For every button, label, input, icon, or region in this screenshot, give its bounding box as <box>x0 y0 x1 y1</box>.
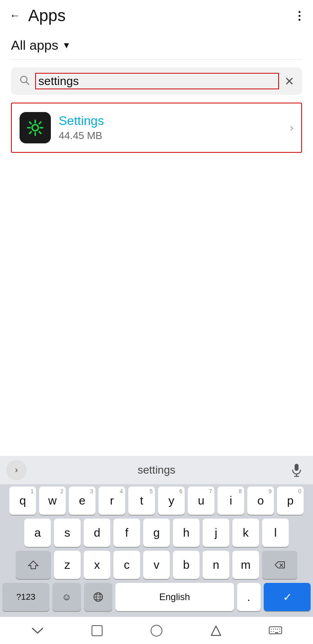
key-d[interactable]: d <box>84 519 110 547</box>
shift-key[interactable] <box>16 551 51 579</box>
key-number: 0 <box>298 488 301 494</box>
suggestion-expand-button[interactable]: › <box>6 460 27 480</box>
enter-key[interactable]: ✓ <box>264 583 311 611</box>
keyboard-keys: 1q 2w 3e 4r 5t 6y 7u 8i 9o 0p a s d f g … <box>0 484 313 617</box>
key-number: 2 <box>60 488 63 494</box>
key-x[interactable]: x <box>84 551 110 579</box>
key-u[interactable]: 7u <box>188 487 214 515</box>
page-title: Apps <box>28 6 295 25</box>
app-icon <box>20 112 51 143</box>
svg-line-9 <box>39 122 41 124</box>
app-size: 44.45 MB <box>59 130 282 142</box>
key-n[interactable]: n <box>203 551 229 579</box>
nav-down-button[interactable] <box>26 621 49 640</box>
app-name: Settings <box>59 114 282 128</box>
suggestion-bar: › settings <box>0 456 313 484</box>
globe-key[interactable] <box>84 583 113 611</box>
suggestion-word[interactable]: settings <box>31 464 282 476</box>
key-c[interactable]: c <box>113 551 140 579</box>
key-number: 8 <box>239 488 242 494</box>
menu-dot <box>299 11 300 13</box>
space-key[interactable]: English <box>115 583 234 611</box>
nav-keyboard-button[interactable] <box>264 621 287 640</box>
key-row-3: z x c v b n m <box>2 551 311 579</box>
key-y[interactable]: 6y <box>158 487 185 515</box>
key-number: 7 <box>209 488 212 494</box>
nav-recent-button[interactable] <box>85 621 109 640</box>
period-key[interactable]: . <box>237 583 261 611</box>
search-icon <box>19 74 30 88</box>
app-result-item[interactable]: Settings 44.45 MB › <box>12 103 301 152</box>
key-number: 5 <box>149 488 153 494</box>
key-b[interactable]: b <box>173 551 200 579</box>
top-bar: ← Apps <box>0 0 313 31</box>
svg-line-7 <box>30 122 31 124</box>
nav-bar <box>0 617 313 644</box>
keyboard: › settings 1q 2w 3e 4r 5t 6y 7u 8i 9o 0p <box>0 456 313 644</box>
svg-point-2 <box>32 125 38 131</box>
key-q[interactable]: 1q <box>9 487 36 515</box>
key-g[interactable]: g <box>143 519 170 547</box>
filter-dropdown[interactable]: All apps ▼ <box>0 31 313 59</box>
emoji-key[interactable]: ☺ <box>52 583 81 611</box>
backspace-key[interactable] <box>262 551 297 579</box>
key-row-2: a s d f g h j k l <box>2 519 311 547</box>
overflow-menu-button[interactable] <box>295 8 304 24</box>
key-s[interactable]: s <box>54 519 81 547</box>
key-number: 6 <box>179 488 182 494</box>
svg-line-8 <box>39 132 41 133</box>
key-r[interactable]: 4r <box>99 487 125 515</box>
dropdown-arrow-icon: ▼ <box>62 40 71 51</box>
key-v[interactable]: v <box>143 551 170 579</box>
divider <box>11 59 302 60</box>
svg-rect-11 <box>295 464 299 471</box>
expand-icon: › <box>15 465 18 475</box>
main-content <box>0 159 313 300</box>
search-input[interactable] <box>35 73 279 89</box>
svg-marker-22 <box>211 626 221 635</box>
search-results: Settings 44.45 MB › <box>11 103 302 153</box>
key-a[interactable]: a <box>24 519 51 547</box>
key-number: 1 <box>31 488 34 494</box>
key-l[interactable]: l <box>262 519 289 547</box>
back-button[interactable]: ← <box>9 9 20 22</box>
search-bar: ✕ <box>11 67 302 95</box>
app-info: Settings 44.45 MB <box>59 114 282 142</box>
filter-label: All apps <box>11 38 58 53</box>
nav-back-button[interactable] <box>204 621 228 640</box>
app-chevron-icon: › <box>290 121 293 134</box>
key-row-4: ?123 ☺ English . ✓ <box>2 583 311 611</box>
key-m[interactable]: m <box>232 551 259 579</box>
menu-dot <box>299 15 300 17</box>
key-number: 4 <box>120 488 123 494</box>
key-row-1: 1q 2w 3e 4r 5t 6y 7u 8i 9o 0p <box>2 487 311 515</box>
key-f[interactable]: f <box>113 519 140 547</box>
key-i[interactable]: 8i <box>218 487 244 515</box>
key-t[interactable]: 5t <box>128 487 155 515</box>
symbols-key[interactable]: ?123 <box>2 583 49 611</box>
key-j[interactable]: j <box>203 519 229 547</box>
svg-marker-14 <box>29 561 38 569</box>
key-k[interactable]: k <box>232 519 259 547</box>
key-p[interactable]: 0p <box>277 487 304 515</box>
key-z[interactable]: z <box>54 551 81 579</box>
nav-home-button[interactable] <box>145 621 168 640</box>
key-e[interactable]: 3e <box>69 487 95 515</box>
key-number: 9 <box>268 488 272 494</box>
key-o[interactable]: 9o <box>247 487 274 515</box>
svg-line-10 <box>30 132 31 133</box>
svg-line-1 <box>26 82 29 84</box>
menu-dot <box>299 19 300 21</box>
key-w[interactable]: 2w <box>39 487 66 515</box>
home-icon <box>151 625 162 637</box>
key-h[interactable]: h <box>173 519 200 547</box>
recent-apps-icon <box>92 625 103 636</box>
mic-button[interactable] <box>286 460 307 480</box>
clear-search-button[interactable]: ✕ <box>284 74 294 88</box>
key-number: 3 <box>90 488 93 494</box>
